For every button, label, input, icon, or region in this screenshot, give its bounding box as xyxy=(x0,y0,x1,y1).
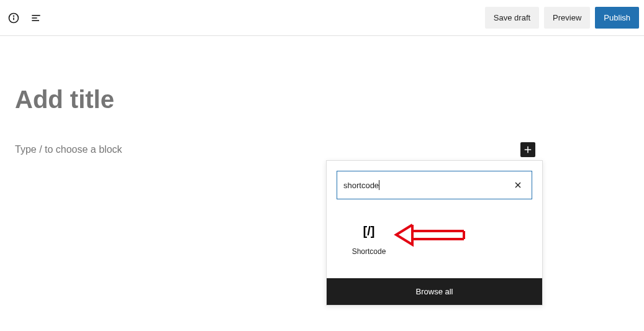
inserter-results: [/] Shortcode xyxy=(327,209,542,278)
text-cursor xyxy=(379,180,379,190)
shortcode-icon: [/] xyxy=(363,224,375,238)
browse-all-button[interactable]: Browse all xyxy=(327,278,542,305)
default-block-appender: Type / to choose a block xyxy=(15,142,535,157)
clear-search-button[interactable] xyxy=(510,178,525,193)
toolbar-left xyxy=(5,11,43,25)
preview-button[interactable]: Preview xyxy=(544,7,590,29)
toolbar-right: Save draft Preview Publish xyxy=(485,7,639,29)
post-title-input[interactable] xyxy=(15,86,325,114)
editor-canvas: Type / to choose a block xyxy=(0,36,644,157)
block-prompt-text[interactable]: Type / to choose a block xyxy=(15,144,122,155)
search-input[interactable]: shortcode xyxy=(343,181,379,190)
block-item-shortcode[interactable]: [/] Shortcode xyxy=(337,217,401,263)
top-toolbar: Save draft Preview Publish xyxy=(0,0,644,36)
block-item-label: Shortcode xyxy=(352,247,386,256)
info-icon[interactable] xyxy=(6,11,21,25)
save-draft-button[interactable]: Save draft xyxy=(485,7,539,29)
add-block-button[interactable] xyxy=(520,142,535,157)
inserter-search-row: shortcode xyxy=(327,161,542,209)
outline-icon[interactable] xyxy=(29,11,43,25)
publish-button[interactable]: Publish xyxy=(595,7,639,29)
search-input-wrapper: shortcode xyxy=(337,171,532,199)
block-inserter-popover: shortcode [/] Shortcode Browse all xyxy=(326,160,543,306)
svg-point-2 xyxy=(14,16,14,16)
